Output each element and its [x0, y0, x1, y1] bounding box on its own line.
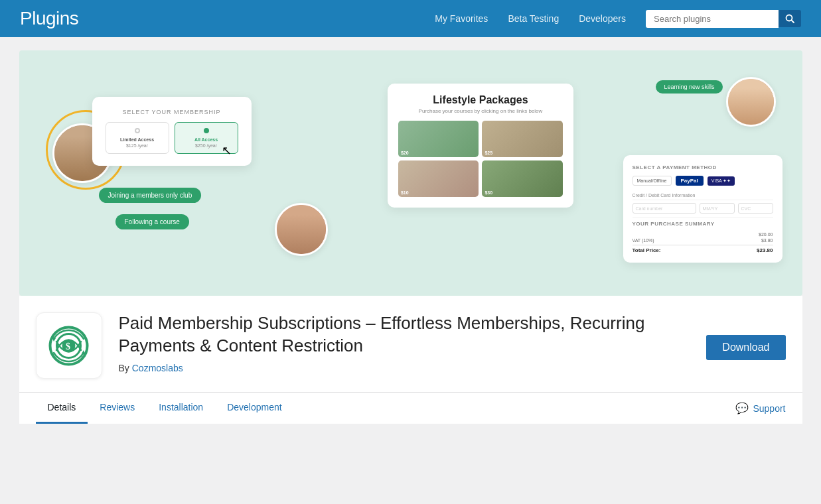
- membership-options: Limited Access $125 /year All Access $25…: [106, 122, 238, 154]
- support-icon: 💬: [735, 402, 749, 414]
- main-content: SELECT YOUR MEMBERSHIP Limited Access $1…: [9, 50, 812, 424]
- plugin-banner: SELECT YOUR MEMBERSHIP Limited Access $1…: [19, 50, 802, 296]
- plugin-logo-svg: $: [47, 324, 90, 367]
- cursor-icon: ↖: [222, 143, 232, 158]
- price-4: $30: [485, 190, 492, 195]
- credit-card-title: Credit / Debit Card Information: [633, 191, 773, 200]
- summary-vat: VAT (10%) $3.80: [633, 238, 773, 243]
- image-grid: $20 $25 $10 $30: [398, 121, 563, 197]
- avatar-man: [275, 203, 328, 256]
- header-nav: My Favorites Beta Testing Developers: [435, 10, 801, 28]
- card-inputs: Card number MM/YY CVC: [633, 203, 773, 214]
- membership-card-title: SELECT YOUR MEMBERSHIP: [106, 109, 238, 115]
- badge-members: Joining a members only club: [99, 188, 202, 203]
- tab-installation[interactable]: Installation: [147, 393, 215, 424]
- tab-development[interactable]: Development: [215, 393, 294, 424]
- paypal-btn: PayPal: [676, 176, 704, 186]
- site-header: Plugins My Favorites Beta Testing Develo…: [0, 0, 821, 37]
- payment-title: SELECT A PAYMENT METHOD: [633, 164, 773, 170]
- mockup-right: Learning new skills Lifestyle Packages P…: [388, 70, 783, 276]
- image-1: $20: [398, 121, 479, 157]
- payment-methods: Manual/Offline PayPal VISA ✦✦: [633, 176, 773, 186]
- lifestyle-panel: Lifestyle Packages Purchase your courses…: [388, 84, 573, 208]
- avatar-top-right: [726, 77, 776, 127]
- download-button[interactable]: Download: [706, 335, 785, 360]
- manual-offline-btn: Manual/Offline: [633, 176, 672, 186]
- membership-card: SELECT YOUR MEMBERSHIP Limited Access $1…: [92, 97, 252, 166]
- support-link[interactable]: 💬 Support: [735, 402, 785, 414]
- payment-panel: SELECT A PAYMENT METHOD Manual/Offline P…: [623, 155, 783, 263]
- lifestyle-sub: Purchase your courses by clicking on the…: [398, 108, 563, 114]
- price-3: $10: [401, 190, 409, 195]
- price-1: $20: [401, 151, 409, 155]
- card-number-input: Card number: [633, 203, 696, 214]
- support-label: Support: [753, 403, 785, 414]
- cvc-input: CVC: [738, 203, 773, 214]
- image-4: $30: [482, 160, 563, 197]
- search-button[interactable]: [779, 10, 801, 27]
- search-form: [646, 10, 801, 28]
- badge-following: Following a course: [115, 214, 189, 229]
- plugin-info-section: $ Paid Membership Subscriptions – Effort…: [19, 296, 802, 392]
- image-3: $10: [398, 160, 479, 197]
- svg-line-1: [792, 21, 794, 23]
- search-input[interactable]: [646, 10, 779, 28]
- tab-details[interactable]: Details: [36, 393, 88, 424]
- plugin-icon: $: [36, 312, 102, 379]
- search-icon: [785, 14, 794, 23]
- nav-developers[interactable]: Developers: [579, 13, 626, 24]
- radio-limited: [135, 128, 140, 133]
- tab-reviews[interactable]: Reviews: [88, 393, 147, 424]
- option-limited: Limited Access $125 /year: [106, 122, 169, 154]
- nav-beta-testing[interactable]: Beta Testing: [508, 13, 559, 24]
- plugin-meta: Paid Membership Subscriptions – Effortle…: [119, 312, 690, 373]
- nav-my-favorites[interactable]: My Favorites: [435, 13, 488, 24]
- price-2: $25: [485, 151, 492, 155]
- radio-all-access: [204, 128, 209, 133]
- summary-total: Total Price: $23.80: [633, 245, 773, 253]
- expiry-input: MM/YY: [700, 203, 735, 214]
- site-title: Plugins: [20, 8, 78, 29]
- plugin-name: Paid Membership Subscriptions – Effortle…: [119, 312, 690, 357]
- svg-text:$: $: [66, 342, 70, 351]
- mockup-left: SELECT YOUR MEMBERSHIP Limited Access $1…: [39, 70, 368, 276]
- learning-badge: Learning new skills: [656, 80, 722, 94]
- summary-title: YOUR PURCHASE SUMMARY: [633, 221, 773, 227]
- lifestyle-title: Lifestyle Packages: [398, 94, 563, 106]
- plugin-info-row: $ Paid Membership Subscriptions – Effort…: [36, 312, 786, 392]
- author-link[interactable]: Cozmoslabs: [132, 363, 183, 373]
- banner-inner: SELECT YOUR MEMBERSHIP Limited Access $1…: [19, 50, 802, 296]
- summary-subtotal: $20.00: [633, 232, 773, 237]
- plugin-author: By Cozmoslabs: [119, 363, 690, 373]
- visa-btn: VISA ✦✦: [708, 176, 735, 186]
- image-2: $25: [482, 121, 563, 157]
- plugin-tabs: Details Reviews Installation Development…: [19, 392, 802, 424]
